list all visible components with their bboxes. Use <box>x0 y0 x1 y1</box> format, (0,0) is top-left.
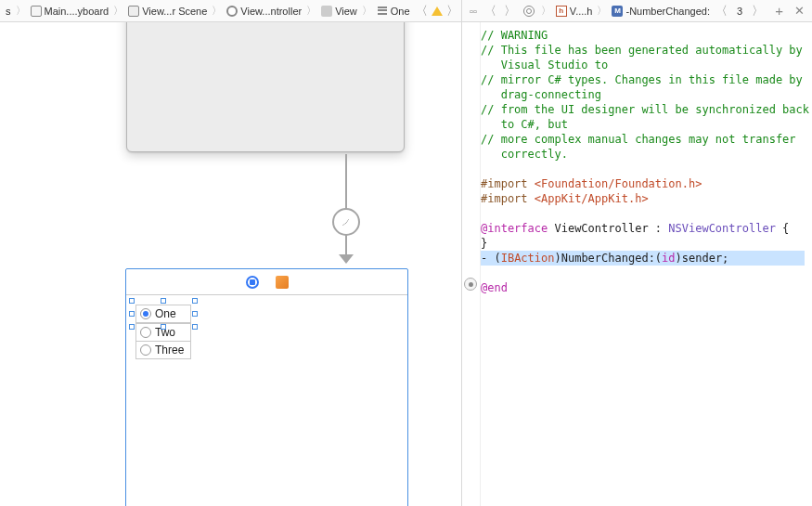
code-text: } <box>481 237 487 250</box>
warning-icon[interactable] <box>432 6 443 16</box>
counterparts-icon[interactable] <box>523 6 535 17</box>
code-comment: to C#, but <box>481 118 568 131</box>
add-editor-button[interactable]: + <box>771 3 787 19</box>
related-items-icon[interactable]: ▫▫ <box>466 6 481 17</box>
segue-connector-line <box>345 154 347 258</box>
scene-icon <box>128 6 139 17</box>
code-editor[interactable]: // WARNING // This file has been generat… <box>481 22 812 506</box>
code-comment: // This file has been generated automati… <box>481 44 803 57</box>
segue-arrow-icon <box>339 254 354 264</box>
window-titlebar[interactable] <box>126 269 407 295</box>
radio-three-label: Three <box>155 344 184 357</box>
result-count: 3 <box>735 6 744 17</box>
crumb-sep: 〉 <box>110 4 126 18</box>
crumb-scene[interactable]: View...r Scene <box>126 6 209 17</box>
breadcrumb-right: ▫▫ 〈 〉 〉 hV....h 〉 M-NumberChanged: 〈 3 … <box>462 0 812 21</box>
interface-builder-canvas[interactable]: ⟋ One <box>0 22 462 506</box>
code-keyword: @interface <box>481 222 548 235</box>
radio-two[interactable]: Two <box>135 323 191 341</box>
crumb-sep: 〉 <box>359 4 375 18</box>
connection-indicator-icon[interactable] <box>464 278 477 291</box>
code-comment: correctly. <box>481 148 568 161</box>
next-result-button[interactable]: 〉 <box>748 3 767 19</box>
crumb-file[interactable]: hV....h <box>554 6 595 17</box>
history-forward-button[interactable]: 〉 <box>500 3 520 19</box>
viewcontroller-icon <box>226 6 238 17</box>
crumb-sep: 〉 <box>594 4 610 18</box>
close-editor-button[interactable]: ✕ <box>791 4 808 18</box>
code-type: NSViewController <box>668 222 776 235</box>
code-gutter[interactable] <box>462 22 481 506</box>
crumb-viewcontroller[interactable]: View...ntroller <box>225 6 303 17</box>
radio-one-label: One <box>155 307 176 320</box>
code-import-path: <Foundation/Foundation.h> <box>535 177 702 190</box>
crumb-view[interactable]: View <box>319 6 359 17</box>
code-comment: // from the UI designer will be synchron… <box>481 103 809 116</box>
crumb-root[interactable]: s <box>4 6 13 17</box>
code-comment: // mirror C# types. Changes in this file… <box>481 73 803 86</box>
storyboard-icon <box>31 6 42 17</box>
code-import-path: <AppKit/AppKit.h> <box>535 192 649 205</box>
prev-result-button[interactable]: 〈 <box>712 3 731 19</box>
nav-forward-button[interactable]: 〉 <box>443 3 462 19</box>
radio-dot-icon <box>140 344 151 356</box>
radio-group[interactable]: One Two Three <box>135 305 191 359</box>
stack-icon <box>377 6 388 17</box>
crumb-sep: 〉 <box>303 4 319 18</box>
crumb-sep: 〉 <box>209 4 225 18</box>
view-icon <box>321 6 332 17</box>
viewcontroller-titlebar-icon[interactable] <box>246 276 259 289</box>
lower-view-window[interactable]: One Two Three <box>125 268 408 506</box>
highlighted-line[interactable]: - (IBAction)NumberChanged:(id)sender; <box>481 251 805 266</box>
radio-two-label: Two <box>155 326 175 339</box>
crumb-one[interactable]: One <box>375 6 412 17</box>
code-text: ViewController : <box>548 222 668 235</box>
radio-three[interactable]: Three <box>135 341 191 359</box>
radio-one[interactable]: One <box>135 305 191 323</box>
code-text: { <box>776 222 789 235</box>
crumb-method[interactable]: M-NumberChanged: <box>610 6 712 17</box>
code-comment: drag-connecting <box>481 88 601 101</box>
segue-connector-icon[interactable]: ⟋ <box>332 208 360 236</box>
upper-view-window[interactable] <box>126 22 405 152</box>
code-comment: // WARNING <box>481 29 548 42</box>
radio-dot-selected-icon <box>140 308 151 319</box>
header-file-icon: h <box>556 6 567 17</box>
radio-dot-icon <box>140 327 151 338</box>
breadcrumb-left[interactable]: s 〉 Main....yboard 〉 View...r Scene 〉 Vi… <box>0 0 462 21</box>
code-import: #import <box>481 192 535 205</box>
code-keyword: @end <box>481 281 508 294</box>
nav-back-button[interactable]: 〈 <box>412 3 432 19</box>
crumb-sep: 〉 <box>538 4 554 18</box>
code-import: #import <box>481 177 535 190</box>
first-responder-icon[interactable] <box>276 276 289 289</box>
code-comment: // more complex manual changes may not t… <box>481 133 796 146</box>
crumb-sep: 〉 <box>13 4 29 18</box>
crumb-storyboard[interactable]: Main....yboard <box>29 6 111 17</box>
code-comment: Visual Studio to <box>481 58 608 71</box>
history-back-button[interactable]: 〈 <box>481 3 500 19</box>
method-icon: M <box>612 6 623 17</box>
